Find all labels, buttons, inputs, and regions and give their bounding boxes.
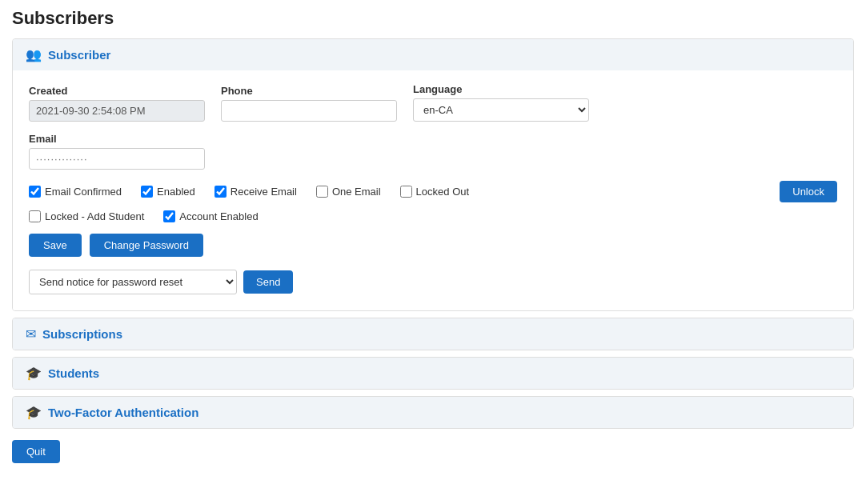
subscriber-section-header[interactable]: 👥 Subscriber (13, 39, 853, 70)
students-icon: 🎓 (26, 366, 42, 381)
locked-out-checkbox-item: Locked Out (400, 186, 470, 198)
students-card: 🎓 Students (12, 357, 854, 390)
subscriber-card-body: Created Phone Language en-CA en-US fr-CA… (13, 70, 853, 310)
email-group: Email (29, 133, 205, 170)
send-button[interactable]: Send (243, 270, 293, 294)
created-group: Created (29, 85, 205, 122)
locked-add-student-checkbox-item: Locked - Add Student (29, 210, 144, 222)
email-confirmed-checkbox-item: Email Confirmed (29, 186, 122, 198)
students-section-title: Students (48, 366, 99, 380)
created-label: Created (29, 85, 205, 97)
two-factor-icon: 🎓 (26, 405, 42, 420)
phone-input[interactable] (221, 100, 397, 122)
subscriptions-icon: ✉ (26, 326, 36, 342)
account-enabled-label: Account Enabled (179, 210, 258, 222)
locked-out-label: Locked Out (416, 186, 470, 198)
account-enabled-checkbox[interactable] (163, 210, 175, 222)
language-select[interactable]: en-CA en-US fr-CA fr-FR (413, 98, 589, 122)
phone-group: Phone (221, 85, 397, 122)
subscriptions-section-title: Subscriptions (42, 327, 122, 341)
subscriptions-section-header[interactable]: ✉ Subscriptions (13, 318, 853, 350)
unlock-button[interactable]: Unlock (780, 181, 837, 202)
locked-add-student-checkbox[interactable] (29, 210, 41, 222)
receive-email-checkbox-item: Receive Email (214, 186, 297, 198)
students-section-header[interactable]: 🎓 Students (13, 358, 853, 389)
form-row-1: Created Phone Language en-CA en-US fr-CA… (29, 83, 837, 122)
subscriber-card: 👥 Subscriber Created Phone Language en-C… (12, 38, 854, 311)
enabled-checkbox-item: Enabled (141, 186, 195, 198)
one-email-checkbox-item: One Email (316, 186, 381, 198)
email-confirmed-checkbox[interactable] (29, 186, 41, 198)
language-label: Language (413, 83, 589, 95)
phone-label: Phone (221, 85, 397, 97)
email-label: Email (29, 133, 205, 145)
email-confirmed-label: Email Confirmed (45, 186, 122, 198)
one-email-checkbox[interactable] (316, 186, 328, 198)
page-title: Subscribers (12, 8, 854, 29)
notice-select[interactable]: Send notice for password reset (29, 270, 237, 294)
change-password-button[interactable]: Change Password (90, 234, 203, 257)
one-email-label: One Email (332, 186, 381, 198)
created-input (29, 100, 205, 122)
notice-row: Send notice for password reset Send (29, 270, 837, 294)
language-group: Language en-CA en-US fr-CA fr-FR (413, 83, 589, 122)
enabled-checkbox[interactable] (141, 186, 153, 198)
quit-button[interactable]: Quit (12, 440, 60, 463)
checkboxes-row-2: Locked - Add Student Account Enabled (29, 210, 837, 222)
email-input[interactable] (29, 148, 205, 170)
action-buttons: Save Change Password (29, 234, 837, 257)
subscriber-section-title: Subscriber (48, 48, 110, 62)
locked-add-student-label: Locked - Add Student (45, 210, 144, 222)
checkboxes-row-1: Email Confirmed Enabled Receive Email On… (29, 181, 837, 202)
two-factor-section-header[interactable]: 🎓 Two-Factor Authentication (13, 397, 853, 428)
form-row-2: Email (29, 133, 837, 170)
save-button[interactable]: Save (29, 234, 82, 257)
locked-out-checkbox[interactable] (400, 186, 412, 198)
bottom-bar: Quit (12, 440, 854, 463)
two-factor-section-title: Two-Factor Authentication (48, 406, 198, 419)
enabled-label: Enabled (157, 186, 195, 198)
receive-email-checkbox[interactable] (214, 186, 227, 198)
receive-email-label: Receive Email (231, 186, 297, 198)
subscriptions-card: ✉ Subscriptions (12, 318, 854, 350)
two-factor-card: 🎓 Two-Factor Authentication (12, 396, 854, 429)
account-enabled-checkbox-item: Account Enabled (163, 210, 258, 222)
subscriber-icon: 👥 (26, 47, 42, 62)
